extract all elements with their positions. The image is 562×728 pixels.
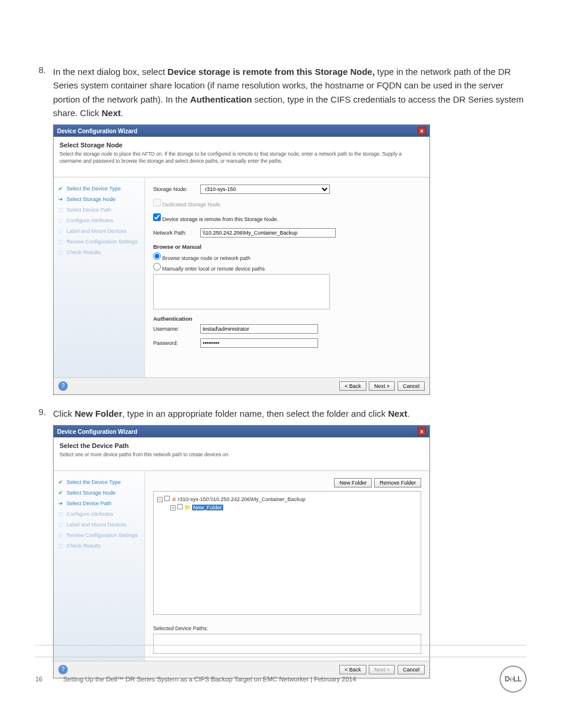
username-label: Username:	[153, 326, 200, 332]
t: Click	[53, 409, 75, 419]
radio-manual-label: Manually enter local or remote device pa…	[163, 266, 265, 272]
step-8-text: In the next dialog box, select Device st…	[53, 65, 527, 120]
wizard-main: New Folder Remove Folder −🖥r310-sys-150:…	[145, 471, 429, 661]
expand-icon[interactable]: −	[157, 497, 163, 502]
dedicated-storage-checkbox[interactable]: Dedicated Storage Node	[153, 199, 421, 207]
tree-root-node[interactable]: −🖥r310-sys-150:\\10.250.242.206\My_Conta…	[157, 495, 417, 503]
auth-section-label: Authentication	[153, 315, 421, 322]
expand-icon[interactable]: +	[170, 505, 176, 510]
back-button[interactable]: < Back	[339, 381, 366, 391]
wizard-sidebar: Select the Device Type Select Storage No…	[54, 177, 145, 377]
step-9-text: Click New Folder, type in an appropriate…	[53, 407, 527, 420]
wizard-heading: Select the Device Path	[59, 442, 424, 449]
window-title: Device Configuration Wizard	[57, 429, 137, 435]
new-folder-button[interactable]: New Folder	[334, 478, 372, 487]
page-footer: 16 Setting Up the Dell™ DR Series System…	[35, 657, 527, 693]
manual-paths-box[interactable]	[153, 274, 330, 309]
radio-browse[interactable]	[153, 252, 161, 260]
selected-paths-label: Selected Device Paths:	[153, 625, 421, 631]
sidebar-step-device-type: Select the Device Type	[57, 183, 141, 194]
t-b: New Folder	[75, 409, 123, 419]
t-b: Next	[102, 108, 121, 118]
dell-logo: D℮LL	[500, 666, 527, 693]
tree-root-label: r310-sys-150:\\10.250.242.206\My_Contain…	[178, 496, 305, 502]
sidebar-step-device-path: Select Device Path	[57, 205, 141, 215]
remote-storage-checkbox-row[interactable]: Device storage is remote from this Stora…	[153, 213, 421, 222]
browse-section-label: Browse or Manual	[153, 243, 421, 250]
dedicated-checkbox[interactable]	[153, 199, 161, 206]
selected-paths-box	[153, 634, 421, 654]
page-number: 16	[35, 676, 42, 683]
t: .	[407, 409, 409, 419]
storage-node-select[interactable]: r310-sys-150	[200, 185, 330, 194]
folder-icon: 📁	[184, 505, 191, 510]
wizard-subtext: Select one or more device paths from thi…	[59, 452, 424, 459]
radio-browse-row[interactable]: Browse storage node or network path	[153, 252, 421, 261]
sidebar-step-storage-node: Select Storage Node	[57, 194, 141, 205]
tree-checkbox[interactable]	[177, 504, 183, 509]
sidebar-step-device-path: Select Device Path	[57, 498, 141, 509]
sidebar-step-storage-node: Select Storage Node	[57, 487, 141, 498]
step-number: 8.	[35, 65, 53, 395]
wizard-header: Select the Device Path Select one or mor…	[54, 437, 429, 471]
wizard-heading: Select Storage Node	[59, 141, 424, 149]
footer-divider	[35, 645, 527, 645]
remote-label-text: Device storage is remote from this Stora…	[163, 216, 279, 222]
device-path-tree[interactable]: −🖥r310-sys-150:\\10.250.242.206\My_Conta…	[153, 491, 421, 615]
sidebar-step-review: Review Configuration Settings	[57, 530, 141, 541]
t-b: Next	[388, 409, 408, 419]
wizard-titlebar: Device Configuration Wizard ×	[54, 426, 429, 437]
t-b: Authentication	[190, 94, 252, 104]
close-icon[interactable]: ×	[418, 427, 426, 436]
t: In the next dialog box, select	[53, 67, 167, 77]
wizard-sidebar: Select the Device Type Select Storage No…	[54, 471, 145, 661]
dedicated-label-text: Dedicated Storage Node	[163, 202, 221, 207]
username-input[interactable]	[200, 324, 318, 334]
password-label: Password:	[153, 340, 200, 346]
password-input[interactable]	[200, 338, 318, 348]
close-icon[interactable]: ×	[418, 127, 426, 135]
cancel-button[interactable]: Cancel	[398, 381, 425, 391]
wizard-header: Select Storage Node Select the storage n…	[54, 137, 429, 177]
sidebar-step-device-type: Select the Device Type	[57, 477, 141, 487]
network-path-label: Network Path:	[153, 230, 200, 236]
sidebar-step-configure: Configure Attributes	[57, 509, 141, 519]
wizard-select-device-path: Device Configuration Wizard × Select the…	[53, 425, 430, 678]
tree-checkbox[interactable]	[164, 496, 170, 501]
storage-node-label: Storage Node:	[153, 186, 200, 192]
sidebar-step-review: Review Configuration Settings	[57, 236, 141, 247]
wizard-main: Storage Node: r310-sys-150 Dedicated Sto…	[145, 177, 429, 377]
window-title: Device Configuration Wizard	[57, 128, 137, 134]
remote-checkbox[interactable]	[153, 213, 161, 221]
sidebar-step-configure: Configure Attributes	[57, 215, 141, 226]
t: , type in an appropriate folder name, th…	[123, 409, 388, 419]
next-button[interactable]: Next >	[369, 381, 395, 391]
step-number: 9.	[35, 407, 53, 678]
wizard-subtext: Select the storage node to place this AF…	[59, 151, 424, 165]
network-path-input[interactable]	[200, 228, 336, 238]
folder-icon: 🖥	[171, 496, 177, 502]
radio-manual[interactable]	[153, 263, 161, 271]
t-b: Device storage is remote from this Stora…	[167, 67, 375, 77]
sidebar-step-label-mount: Label and Mount Devices	[57, 226, 141, 236]
sidebar-step-label-mount: Label and Mount Devices	[57, 519, 141, 530]
doc-title: Setting Up the Dell™ DR Series System as…	[63, 676, 356, 683]
sidebar-step-check: Check Results	[57, 247, 141, 258]
step-9: 9. Click New Folder, type in an appropri…	[35, 407, 527, 678]
radio-browse-label: Browse storage node or network path	[163, 255, 251, 261]
wizard-footer: ? < Back Next > Cancel	[54, 377, 429, 394]
wizard-select-storage-node: Device Configuration Wizard × Select Sto…	[53, 124, 430, 395]
radio-manual-row[interactable]: Manually enter local or remote device pa…	[153, 263, 421, 309]
tree-child-label[interactable]: New_Folder	[192, 505, 223, 510]
wizard-titlebar: Device Configuration Wizard ×	[54, 125, 429, 137]
tree-child-node[interactable]: +📁New_Folder	[157, 503, 417, 512]
sidebar-step-check: Check Results	[57, 541, 141, 551]
help-icon[interactable]: ?	[58, 381, 68, 391]
remove-folder-button[interactable]: Remove Folder	[374, 478, 421, 487]
step-8: 8. In the next dialog box, select Device…	[35, 65, 527, 395]
t: .	[121, 108, 123, 118]
